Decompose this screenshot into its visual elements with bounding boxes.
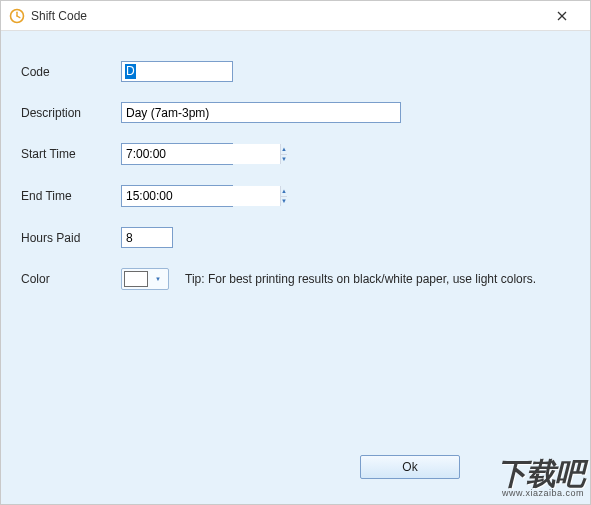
end-time-label: End Time xyxy=(21,189,121,203)
start-time-input[interactable] xyxy=(122,144,280,164)
svg-line-2 xyxy=(17,16,20,18)
dialog-window: Shift Code Code D Description Start Time xyxy=(0,0,591,505)
chevron-down-icon[interactable]: ▼ xyxy=(150,271,166,287)
hours-paid-input[interactable] xyxy=(121,227,173,248)
spinner-down-icon[interactable]: ▼ xyxy=(281,155,287,165)
spinner-up-icon[interactable]: ▲ xyxy=(281,144,287,155)
color-tip: Tip: For best printing results on black/… xyxy=(185,272,536,286)
end-time-spinner[interactable]: ▲ ▼ xyxy=(121,185,233,207)
code-label: Code xyxy=(21,65,121,79)
description-input[interactable] xyxy=(121,102,401,123)
titlebar: Shift Code xyxy=(1,1,590,31)
button-row: Ok Cancel xyxy=(350,455,570,479)
window-title: Shift Code xyxy=(31,9,87,23)
color-label: Color xyxy=(21,272,121,286)
start-time-spinner[interactable]: ▲ ▼ xyxy=(121,143,233,165)
dialog-body: Code D Description Start Time ▲ ▼ End Ti… xyxy=(1,31,590,504)
watermark-url: www.xiazaiba.com xyxy=(497,488,584,498)
code-input[interactable] xyxy=(121,61,233,82)
color-swatch xyxy=(124,271,148,287)
color-picker[interactable]: ▼ xyxy=(121,268,169,290)
description-label: Description xyxy=(21,106,121,120)
close-icon xyxy=(557,11,567,21)
spinner-up-icon[interactable]: ▲ xyxy=(281,186,287,197)
close-button[interactable] xyxy=(542,2,582,30)
start-time-label: Start Time xyxy=(21,147,121,161)
clock-icon xyxy=(9,8,25,24)
end-time-input[interactable] xyxy=(122,186,280,206)
spinner-down-icon[interactable]: ▼ xyxy=(281,197,287,207)
hours-paid-label: Hours Paid xyxy=(21,231,121,245)
ok-button[interactable]: Ok xyxy=(360,455,460,479)
